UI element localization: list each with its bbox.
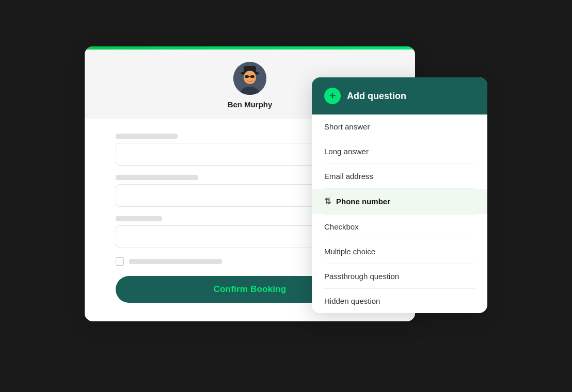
menu-item-hidden-question[interactable]: Hidden question [312, 289, 487, 313]
multiple-choice-label: Multiple choice [324, 247, 375, 256]
form-label-3 [116, 216, 162, 221]
checkbox-label [129, 259, 222, 264]
scene: Ben Murphy Confi [85, 26, 487, 366]
hidden-question-label: Hidden question [324, 297, 380, 305]
menu-item-email-address[interactable]: Email address [312, 164, 487, 188]
short-answer-label: Short answer [324, 122, 370, 131]
phone-number-label: Phone number [336, 197, 390, 206]
menu-item-short-answer[interactable]: Short answer [312, 115, 487, 139]
checkbox-label: Checkbox [324, 222, 359, 231]
menu-item-phone-number[interactable]: ⇅ Phone number [312, 189, 487, 214]
long-answer-label: Long answer [324, 147, 369, 156]
svg-rect-5 [250, 75, 255, 78]
avatar [233, 62, 266, 95]
dropdown-header-label: Add question [347, 91, 406, 102]
add-icon-circle: + [324, 88, 341, 104]
email-address-label: Email address [324, 172, 373, 181]
dropdown-header: + Add question [312, 77, 487, 115]
menu-item-multiple-choice[interactable]: Multiple choice [312, 239, 487, 264]
passthrough-question-label: Passthrough question [324, 272, 399, 281]
menu-item-long-answer[interactable]: Long answer [312, 139, 487, 164]
form-label-1 [116, 134, 178, 139]
sort-arrows-icon: ⇅ [324, 197, 331, 206]
menu-item-passthrough-question[interactable]: Passthrough question [312, 264, 487, 288]
svg-rect-4 [245, 75, 249, 78]
menu-item-checkbox[interactable]: Checkbox [312, 215, 487, 239]
user-name: Ben Murphy [228, 100, 273, 109]
add-question-dropdown: + Add question Short answer Long answer … [312, 77, 487, 313]
checkbox-input[interactable] [116, 257, 124, 266]
form-label-2 [116, 175, 198, 180]
plus-icon: + [329, 90, 336, 102]
